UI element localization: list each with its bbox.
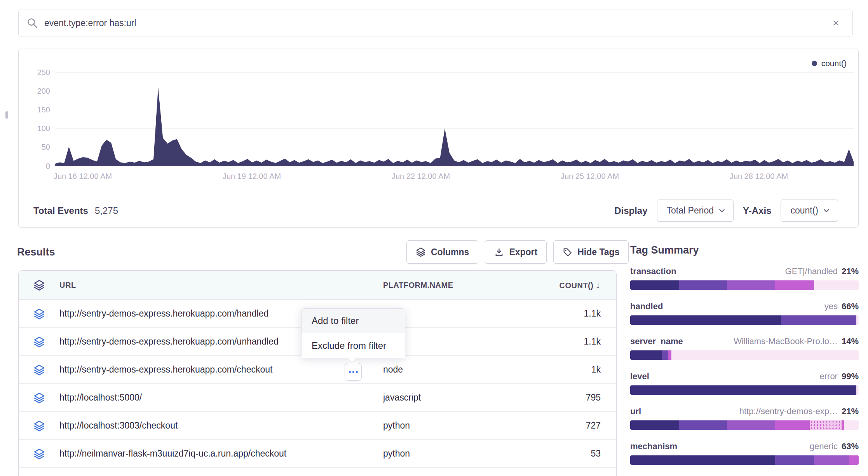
export-button[interactable]: Export — [485, 240, 547, 264]
tag-top-value: Williams-MacBook-Pro.lo… — [734, 336, 838, 346]
chart-footer: Total Events 5,275 Display Total Period … — [19, 194, 858, 227]
layers-icon[interactable] — [33, 308, 45, 320]
tag-bar-segment[interactable] — [775, 280, 814, 290]
x-tick — [590, 166, 590, 170]
tag-bar-segment[interactable] — [630, 385, 856, 395]
layers-icon[interactable] — [33, 336, 45, 348]
ellipsis-dot — [356, 371, 358, 373]
column-header-platform[interactable]: PLATFORM.NAME — [383, 281, 531, 290]
legend-dot — [812, 61, 817, 66]
x-tick-label: Jun 16 12:00 AM — [36, 172, 129, 181]
tag-name: handled — [630, 301, 663, 312]
tag-top-value: http://sentry-demos-exp… — [739, 406, 838, 416]
display-select[interactable]: Total Period — [657, 200, 734, 222]
tag-percent: 66% — [842, 301, 859, 312]
search-input[interactable] — [44, 18, 829, 28]
platform-cell: python — [383, 448, 531, 459]
yaxis-select[interactable]: count() — [781, 200, 838, 222]
x-tick-label: Jun 28 12:00 AM — [712, 172, 805, 181]
columns-button[interactable]: Columns — [406, 240, 478, 264]
tag-name: transaction — [630, 266, 676, 276]
column-header-url[interactable]: URL — [59, 281, 383, 290]
total-events-label: Total Events — [33, 205, 88, 216]
count-cell: 1.1k — [531, 308, 616, 319]
tag-bar-segment[interactable] — [668, 350, 671, 360]
hide-tags-button[interactable]: Hide Tags — [553, 240, 629, 264]
tag-name: url — [630, 406, 641, 416]
tag-bar-segment[interactable] — [814, 455, 849, 465]
tag-group-transaction: transaction GET|/handled 21% — [630, 266, 859, 290]
table-row — [19, 468, 616, 476]
count-cell: 1.1k — [531, 336, 616, 347]
url-cell[interactable]: http://localhost:5000/ — [59, 392, 383, 403]
count-header-label: COUNT() — [559, 281, 594, 290]
tag-bar-segment[interactable] — [630, 420, 679, 430]
tag-group-level: level error 99% — [630, 371, 859, 395]
display-selected-value: Total Period — [667, 205, 714, 216]
tag-distribution-bar[interactable] — [630, 315, 859, 325]
tag-bar-segment[interactable] — [662, 350, 668, 360]
results-title: Results — [17, 246, 55, 258]
tag-bar-segment[interactable] — [844, 420, 859, 430]
tag-summary-title: Tag Summary — [630, 244, 859, 256]
table-row: http://localhost:5000/ javascript 795 — [19, 384, 616, 412]
column-header-count[interactable]: COUNT() ↓ — [531, 280, 616, 290]
tag-bar-segment[interactable] — [814, 280, 859, 290]
layers-icon[interactable] — [33, 420, 45, 432]
cell-actions-button[interactable] — [345, 363, 362, 381]
tag-group-server-name: server_name Williams-MacBook-Pro.lo… 14% — [630, 336, 859, 360]
tag-distribution-bar[interactable] — [630, 385, 859, 395]
event-volume-panel: count() 250 200 150 100 50 0 Jun 16 12:0… — [18, 49, 859, 228]
tag-distribution-bar[interactable] — [630, 420, 859, 430]
tag-bar-segment[interactable] — [849, 455, 859, 465]
ellipsis-dot — [352, 371, 354, 373]
y-tick-label: 0 — [23, 162, 50, 171]
event-volume-chart[interactable] — [55, 72, 854, 166]
x-tick — [83, 166, 83, 170]
tag-percent: 21% — [842, 406, 859, 416]
tag-bar-segment[interactable] — [775, 420, 809, 430]
x-tick-label: Jun 22 12:00 AM — [374, 172, 467, 181]
layers-icon[interactable] — [33, 392, 45, 404]
url-cell[interactable]: http://sentry-demos-express.herokuapp.co… — [59, 364, 383, 375]
tag-bar-segment[interactable] — [775, 455, 814, 465]
tag-distribution-bar[interactable] — [630, 280, 859, 290]
tag-bar-segment[interactable] — [630, 280, 679, 290]
layers-icon[interactable] — [33, 279, 45, 291]
tag-bar-segment[interactable] — [630, 350, 662, 360]
tag-bar-segment[interactable] — [679, 420, 727, 430]
url-cell[interactable]: http://neilmanvar-flask-m3uuizd7iq-uc.a.… — [59, 448, 383, 459]
tag-bar-segment[interactable] — [781, 315, 856, 325]
tag-icon — [563, 247, 572, 257]
layers-icon[interactable] — [33, 364, 45, 376]
tag-top-value: yes — [824, 301, 838, 312]
layers-icon[interactable] — [33, 448, 45, 460]
tag-summary-panel: Tag Summary transaction GET|/handled 21%… — [630, 244, 859, 476]
discover-events-page: × count() 250 200 150 100 50 0 Jun 16 12… — [0, 0, 868, 476]
tag-bar-segment[interactable] — [679, 280, 727, 290]
table-row: http://localhost:3003/checkout python 72… — [19, 412, 616, 440]
export-button-label: Export — [509, 247, 537, 257]
tag-bar-segment[interactable] — [671, 350, 859, 360]
chevron-down-icon — [824, 206, 829, 212]
tag-name: server_name — [630, 336, 683, 346]
tag-distribution-bar[interactable] — [630, 455, 859, 465]
chart-legend[interactable]: count() — [812, 59, 847, 68]
display-label: Display — [614, 205, 647, 216]
count-cell: 795 — [531, 392, 616, 403]
url-cell[interactable]: http://localhost:3003/checkout — [59, 420, 383, 431]
menu-item-add-to-filter[interactable]: Add to filter — [302, 309, 405, 333]
tag-group-mechanism: mechanism generic 63% — [630, 441, 859, 465]
tag-distribution-bar[interactable] — [630, 350, 859, 360]
tag-bar-segment[interactable] — [727, 420, 775, 430]
clear-search-icon[interactable]: × — [829, 16, 842, 30]
tag-bar-segment[interactable] — [810, 420, 842, 430]
tag-bar-segment[interactable] — [856, 385, 859, 395]
tag-percent: 14% — [842, 336, 859, 346]
tag-bar-segment[interactable] — [727, 280, 775, 290]
panel-drag-handle[interactable] — [5, 111, 8, 119]
tag-bar-segment[interactable] — [630, 455, 775, 465]
tag-bar-segment[interactable] — [630, 315, 781, 325]
tag-bar-segment[interactable] — [856, 315, 859, 325]
cell-context-menu: Add to filter Exclude from filter — [301, 308, 405, 358]
